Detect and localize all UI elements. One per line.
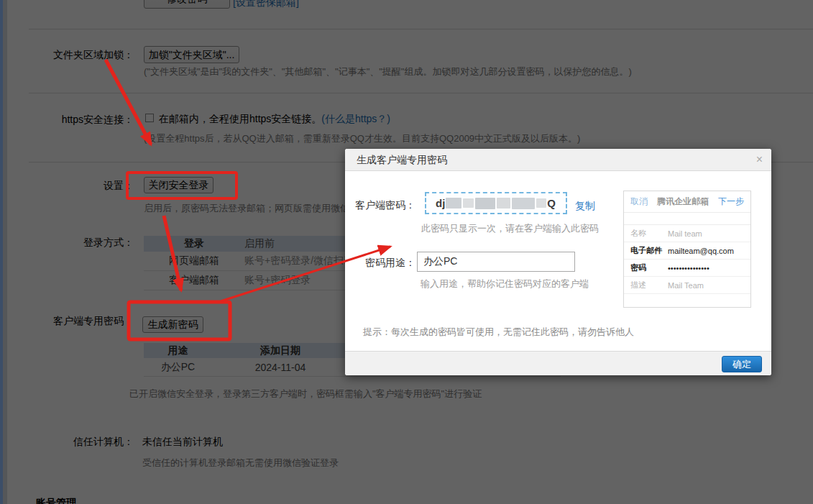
mail-client-preview: 取消 腾讯企业邮箱 下一步 名称 Mail team 电子邮件 mailteam… [623, 191, 751, 308]
password-once-hint: 此密码只显示一次，请在客户端输入此密码 [421, 222, 599, 235]
copy-link[interactable]: 复制 [575, 200, 595, 213]
generated-password-box: dj Q [425, 192, 567, 214]
confirm-button[interactable]: 确定 [722, 356, 762, 372]
password-censored-block [497, 198, 510, 209]
dialog-tip: 提示：每次生成的密码皆可使用，无需记住此密码，请勿告诉他人 [363, 326, 634, 339]
client-password-field-label: 客户端密码： [345, 199, 415, 212]
password-suffix: Q [547, 197, 556, 209]
qqmail-settings-screen: 修改密码 [设置密保邮箱] 文件夹区域加锁： 加锁"文件夹区域"... ("文件… [0, 0, 813, 504]
preview-cancel-link: 取消 [630, 196, 648, 208]
close-icon[interactable]: × [756, 154, 763, 165]
password-censored-block [446, 198, 461, 209]
preview-title: 腾讯企业邮箱 [657, 196, 709, 208]
password-usage-input[interactable] [417, 252, 575, 272]
preview-spacer [624, 213, 750, 225]
dialog-footer: 确定 [345, 351, 771, 375]
preview-row: 电子邮件 mailteam@qq.com [624, 242, 750, 260]
dialog-title: 生成客户端专用密码 [345, 149, 771, 171]
usage-hint: 输入用途，帮助你记住密码对应的客户端 [421, 278, 589, 290]
preview-row: 描述 Mail Team [624, 277, 750, 294]
password-prefix: dj [436, 197, 445, 209]
preview-row: 名称 Mail team [624, 225, 750, 242]
password-censored-block [475, 198, 495, 209]
password-usage-label: 密码用途： [345, 257, 415, 270]
password-censored-block [536, 198, 546, 208]
preview-next-link: 下一步 [718, 196, 744, 208]
password-censored-block [463, 198, 474, 208]
preview-row: 密码 ••••••••••••••• [624, 260, 750, 277]
window-left-edge-shade [3, 0, 7, 504]
generate-client-password-dialog: 生成客户端专用密码 × 客户端密码： dj Q 复制 此密码只显示一次，请在客户… [345, 149, 771, 375]
password-censored-block [512, 198, 535, 209]
